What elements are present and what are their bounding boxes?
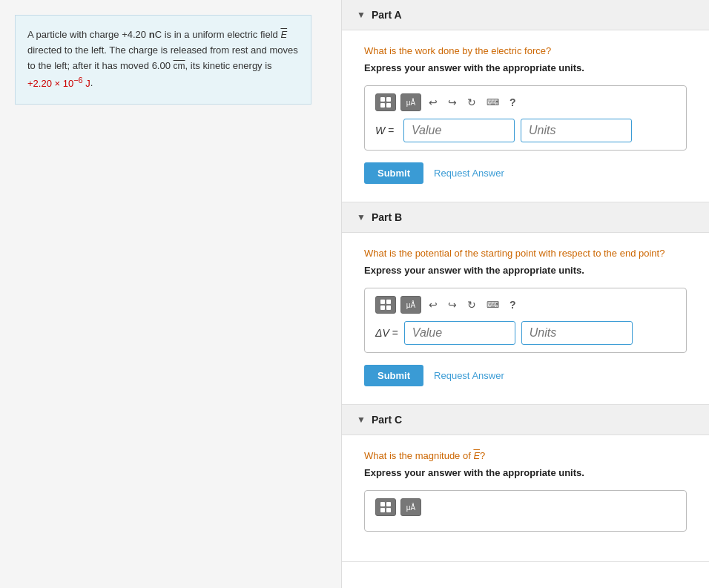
part-b-undo-button[interactable]: ↩ <box>426 297 441 312</box>
part-b-mu-button[interactable]: μÅ <box>400 296 421 314</box>
part-c-content: What is the magnitude of E? Express your… <box>342 435 709 561</box>
field-variable: E <box>280 29 287 40</box>
part-b-refresh-button[interactable]: ↻ <box>464 297 479 312</box>
part-a-toolbar: μÅ ↩ ↪ ↻ ⌨ ? <box>375 93 676 111</box>
part-a-submit-row: Submit Request Answer <box>364 162 687 184</box>
part-a-input-row: W = <box>375 119 676 142</box>
part-c-field-var: E <box>473 450 480 461</box>
part-a-header[interactable]: ▼ Part A <box>342 0 709 30</box>
left-panel: A particle with charge +4.20 nC is in a … <box>0 0 341 588</box>
part-a-submit-button[interactable]: Submit <box>364 162 423 184</box>
part-b-section: ▼ Part B What is the potential of the st… <box>342 202 709 405</box>
part-a-grid-button[interactable] <box>375 93 396 111</box>
part-a-request-answer-link[interactable]: Request Answer <box>434 168 504 179</box>
part-b-help-button[interactable]: ? <box>510 299 516 311</box>
svg-rect-6 <box>380 305 385 310</box>
svg-rect-7 <box>386 305 391 310</box>
kinetic-energy-value: +2.20 × 10−6 J <box>27 78 90 89</box>
svg-rect-10 <box>380 508 385 512</box>
part-b-header[interactable]: ▼ Part B <box>342 202 709 233</box>
svg-rect-11 <box>386 508 391 512</box>
part-b-submit-row: Submit Request Answer <box>364 365 687 386</box>
part-b-submit-button[interactable]: Submit <box>364 365 423 386</box>
right-panel: ▼ Part A What is the work done by the el… <box>341 0 709 588</box>
part-c-grid-button[interactable] <box>375 498 396 516</box>
part-b-content: What is the potential of the starting po… <box>342 233 709 404</box>
svg-rect-3 <box>386 103 391 108</box>
part-b-equation-label: ΔV = <box>375 327 398 339</box>
part-a-units-input[interactable] <box>521 119 632 142</box>
part-b-title: Part B <box>372 211 402 223</box>
part-a-content: What is the work done by the electric fo… <box>342 30 709 202</box>
part-c-answer-box: μÅ <box>364 490 687 532</box>
part-b-redo-button[interactable]: ↪ <box>445 297 460 312</box>
part-c-header[interactable]: ▼ Part C <box>342 405 709 435</box>
part-a-title: Part A <box>372 9 402 21</box>
unit-cm: cm <box>174 61 185 71</box>
part-c-mu-button[interactable]: μÅ <box>400 498 421 516</box>
part-a-question: What is the work done by the electric fo… <box>364 45 687 56</box>
part-a-refresh-button[interactable]: ↻ <box>464 95 479 110</box>
part-a-help-button[interactable]: ? <box>510 96 516 108</box>
svg-rect-0 <box>380 97 385 102</box>
part-b-collapse-arrow[interactable]: ▼ <box>357 212 366 222</box>
grid-icon-c <box>380 501 392 513</box>
part-c-express: Express your answer with the appropriate… <box>364 467 687 478</box>
part-a-collapse-arrow[interactable]: ▼ <box>357 10 366 20</box>
part-c-collapse-arrow[interactable]: ▼ <box>357 414 366 425</box>
part-b-keyboard-button[interactable]: ⌨ <box>484 298 502 311</box>
grid-icon-b <box>380 299 392 311</box>
part-a-express: Express your answer with the appropriate… <box>364 62 687 73</box>
part-b-toolbar: μÅ ↩ ↪ ↻ ⌨ ? <box>375 296 676 314</box>
part-b-question: What is the potential of the starting po… <box>364 248 687 259</box>
problem-statement: A particle with charge +4.20 nC is in a … <box>15 15 311 105</box>
part-a-undo-button[interactable]: ↩ <box>426 95 441 110</box>
svg-rect-9 <box>386 502 391 506</box>
part-a-answer-box: μÅ ↩ ↪ ↻ ⌨ ? W = <box>364 85 687 151</box>
part-a-value-input[interactable] <box>403 119 515 142</box>
part-b-input-row: ΔV = <box>375 321 676 345</box>
part-b-units-input[interactable] <box>521 321 633 345</box>
svg-rect-1 <box>386 97 391 102</box>
part-b-request-answer-link[interactable]: Request Answer <box>434 370 504 381</box>
part-a-section: ▼ Part A What is the work done by the el… <box>342 0 709 202</box>
part-a-mu-button[interactable]: μÅ <box>400 93 421 111</box>
part-a-redo-button[interactable]: ↪ <box>445 95 460 110</box>
part-a-equation-label: W = <box>375 125 398 136</box>
part-c-title: Part C <box>372 414 402 426</box>
part-b-express: Express your answer with the appropriate… <box>364 265 687 276</box>
part-a-keyboard-button[interactable]: ⌨ <box>484 96 502 109</box>
part-c-section: ▼ Part C What is the magnitude of E? Exp… <box>342 405 709 562</box>
svg-rect-8 <box>380 502 385 506</box>
part-b-answer-box: μÅ ↩ ↪ ↻ ⌨ ? ΔV = <box>364 288 687 353</box>
part-c-toolbar: μÅ <box>375 498 676 516</box>
svg-rect-4 <box>380 300 385 304</box>
part-c-question: What is the magnitude of E? <box>364 450 687 461</box>
grid-icon <box>380 96 392 108</box>
part-b-value-input[interactable] <box>404 321 515 345</box>
svg-rect-2 <box>380 103 385 108</box>
svg-rect-5 <box>386 300 391 304</box>
part-b-grid-button[interactable] <box>375 296 396 314</box>
